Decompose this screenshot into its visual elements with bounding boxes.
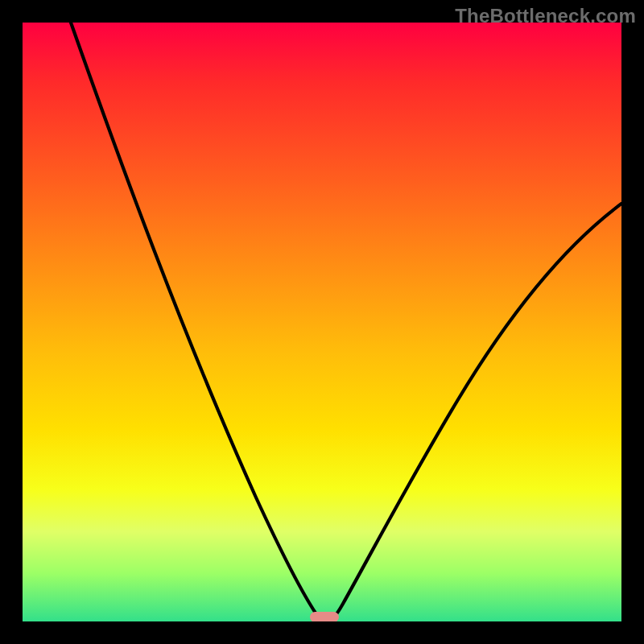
bottleneck-curve <box>71 23 621 621</box>
plot-area <box>23 23 621 621</box>
chart-svg <box>23 23 621 621</box>
watermark-text: TheBottleneck.com <box>455 5 636 27</box>
chart-frame: TheBottleneck.com <box>0 0 644 644</box>
optimum-marker <box>310 612 339 621</box>
